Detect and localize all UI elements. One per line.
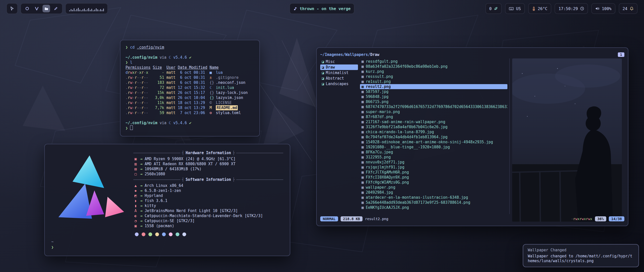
file-list-item[interactable]: ▦chica-mirando-la-luna-8799.jpg bbox=[360, 129, 507, 134]
workspace-4-button[interactable] bbox=[52, 5, 60, 12]
sidebar-folder-item[interactable]: ◪Misc bbox=[320, 59, 358, 64]
file-list-item[interactable]: ▦3126f7e9bbf21a8a4af0b67b041c6e26.jpg bbox=[360, 124, 507, 129]
name-cell: ☾init.lua bbox=[210, 85, 254, 90]
permissions-cell: .rw-r--r-- bbox=[126, 85, 150, 90]
cpu-icon: ▣ bbox=[133, 156, 138, 161]
arrow-icon: → bbox=[140, 213, 142, 218]
file-list-item[interactable]: ▦wallpaper.png bbox=[360, 185, 507, 190]
user-cell: matt bbox=[167, 110, 176, 115]
file-list-item[interactable]: ▦FXfcJlTXgAMvH6R.png bbox=[360, 170, 507, 175]
fetch-value: 1558 (pacman) bbox=[145, 223, 174, 228]
file-list-item[interactable]: ▦87r687df.png bbox=[360, 114, 507, 119]
file-name: 08a634fa02a32364f69ebc86a98eb1eb.png bbox=[366, 64, 448, 69]
image-icon: ▦ bbox=[361, 190, 364, 195]
terminal-window[interactable]: ❯ cd .config/nvim ~/.config/nvim via ☾ v… bbox=[120, 40, 260, 137]
file-list-item[interactable]: ▦08a634fa02a32364f69ebc86a98eb1eb.png bbox=[360, 64, 507, 69]
file-list-item[interactable]: ▦re1sult.png bbox=[360, 79, 507, 84]
sidebar-folder-item[interactable]: ◪Abstract bbox=[320, 76, 358, 81]
date-cell: 6 oct 00:31 bbox=[178, 75, 207, 80]
window-title-pill[interactable]: thrown - on the verge bbox=[290, 3, 354, 14]
file-list-item[interactable]: ▦3122955.png bbox=[360, 155, 507, 160]
font-icon: A bbox=[133, 208, 138, 213]
workspace-3-button[interactable] bbox=[43, 5, 50, 12]
size-cell: 59 bbox=[153, 110, 164, 115]
temperature-value: 26°C bbox=[538, 6, 548, 11]
tab-badge[interactable]: 1 bbox=[618, 52, 624, 57]
file-list-item[interactable]: ▦ressdfgult.png bbox=[360, 59, 507, 64]
file-list-item[interactable]: ▦217167-sad-anime-rain-wallpaper.png bbox=[360, 119, 507, 124]
name-cell: {}lazy-lock.json bbox=[210, 90, 254, 95]
file-name: lazyvim.json bbox=[216, 95, 243, 100]
file-name: LICENSE bbox=[216, 100, 232, 105]
user-cell: matt bbox=[167, 95, 176, 100]
workspace-1-button[interactable] bbox=[23, 5, 31, 12]
launcher-button[interactable] bbox=[7, 3, 18, 14]
file-list-item[interactable]: ▦68747470733a2f2f696d616765732d7769786d7… bbox=[360, 104, 507, 109]
file-list-item[interactable]: ▦FXfcII0X0AQyn9X.png bbox=[360, 175, 507, 180]
file-name: lazy-lock.json bbox=[216, 90, 248, 95]
image-icon: ▦ bbox=[361, 125, 364, 129]
folder-name: Draw bbox=[326, 65, 335, 70]
file-list-item[interactable]: ▦rsjqojlmjhf91.jpg bbox=[360, 165, 507, 170]
gear-icon: ⚙ bbox=[210, 110, 214, 115]
workspace-2-button[interactable] bbox=[33, 5, 41, 12]
file-name: 3126f7e9bbf21a8a4af0b67b041c6e26.jpg bbox=[366, 125, 448, 129]
volume-module[interactable]: 100% bbox=[591, 3, 615, 14]
file-list-item[interactable]: ▦nnvuv0xj2df71.jpg bbox=[360, 160, 507, 165]
file-manager-window[interactable]: ~/Imagenes/Wallpapers/ Draw 1 ◪Misc◪Draw… bbox=[316, 47, 628, 226]
arrow-icon: → bbox=[140, 203, 142, 208]
permissions-cell: .rw-r--r-- bbox=[126, 105, 150, 110]
user-cell: matt bbox=[167, 90, 176, 95]
file-list-item[interactable]: ▦596848.jpg bbox=[360, 94, 507, 99]
file-list-item[interactable]: ▦kurz.png bbox=[360, 69, 507, 74]
image-icon: ▦ bbox=[361, 94, 364, 99]
file-list-item[interactable]: ▦resssult.png bbox=[360, 74, 507, 79]
image-icon: ▦ bbox=[361, 195, 364, 200]
lua-icon: ☾ bbox=[169, 121, 171, 125]
audio-visualizer[interactable] bbox=[65, 3, 108, 14]
size-cell: 51 bbox=[153, 75, 164, 80]
name-cell: {}.neoconf.json bbox=[210, 80, 254, 85]
file-list-item[interactable]: ▦587597.jpg bbox=[360, 89, 507, 94]
color-swatch bbox=[176, 232, 179, 236]
size-cell: 72 bbox=[153, 85, 164, 90]
file-list-item[interactable]: ▦result2.png bbox=[360, 84, 507, 89]
fetch-terminal-window[interactable]: ┤Hardware Information├ ▣→AMD Ryzen 9 590… bbox=[44, 144, 290, 256]
notification-popup[interactable]: Wallpaper Changed Wallpaper changed to /… bbox=[523, 244, 639, 267]
file-list-item[interactable]: ▦0c794faf07de24a4db4d4fb1eb813964.jpg bbox=[360, 134, 507, 140]
file-manager-statusbar: NORMAL 218.8 KB result2.png -rwxrwxrwx 3… bbox=[320, 215, 624, 223]
fetch-value: Arch Linux x86_64 bbox=[145, 183, 183, 188]
file-list-item[interactable]: ▦866715.png bbox=[360, 99, 507, 104]
folder-name: Landscapes bbox=[326, 82, 348, 86]
file-list-item[interactable]: ▦atardecer-en-la-montanas-ilustracion-63… bbox=[360, 195, 507, 200]
shell-icon: ◗ bbox=[133, 198, 138, 203]
keyboard-layout-module[interactable]: US bbox=[505, 3, 525, 14]
permissions-cell: .rw-r--r-- bbox=[126, 90, 150, 95]
file-list-item[interactable]: ▦8FKa7Cu.jpeg bbox=[360, 150, 507, 155]
music-icon bbox=[293, 7, 297, 11]
sidebar-folder-item[interactable]: ◪Draw bbox=[320, 64, 358, 70]
notifications-module[interactable]: 24 bbox=[619, 3, 637, 14]
clock-module[interactable]: 17:50:29 bbox=[555, 3, 588, 14]
fetch-line: ◩→Hyprland bbox=[133, 193, 283, 198]
file-list-item[interactable]: ▦19201080-__blue-tinge__-1920×1080.jpg bbox=[360, 145, 507, 150]
sidebar-folder-item[interactable]: ◪Landscapes bbox=[320, 81, 358, 87]
temperature-module[interactable]: 26°C bbox=[528, 3, 551, 14]
file-list-item[interactable]: ▦5a266e448add93deab367d87173e9f25-683788… bbox=[360, 200, 507, 205]
file-name: chica-mirando-la-luna-8799.jpg bbox=[366, 130, 434, 134]
file-list-item[interactable]: ▦EeNKYgIUcAAJ5JX.png bbox=[360, 205, 507, 210]
ls-header-row: PermissionsSizeUserDate ModifiedName bbox=[126, 65, 254, 70]
fetch-line: ▮→kitty bbox=[133, 203, 283, 208]
file-list-item[interactable]: ▦super-mario.png bbox=[360, 109, 507, 114]
arrow-icon: → bbox=[140, 218, 142, 223]
file-list-item[interactable]: ▦154928-odinokoe_anime-art-anime-okno-si… bbox=[360, 140, 507, 145]
sidebar-folder-item[interactable]: ◪Minimalist bbox=[320, 70, 358, 76]
breadcrumb-path: ~/Imagenes/Wallpapers/ bbox=[320, 52, 370, 57]
fetch-value: 6.5.8-zen1-1-zen bbox=[145, 188, 181, 193]
file-list-item[interactable]: ▦FXfcHgcWIAMzs0G.png bbox=[360, 180, 507, 185]
image-icon: ▦ bbox=[361, 170, 364, 175]
command-line: ❯ cd .config/nvim bbox=[126, 45, 254, 50]
updates-module[interactable]: 0 bbox=[486, 3, 502, 14]
file-permissions: -rwxrwxrwx bbox=[571, 217, 592, 221]
file-list-item[interactable]: ▦20492984.jpg bbox=[360, 190, 507, 195]
